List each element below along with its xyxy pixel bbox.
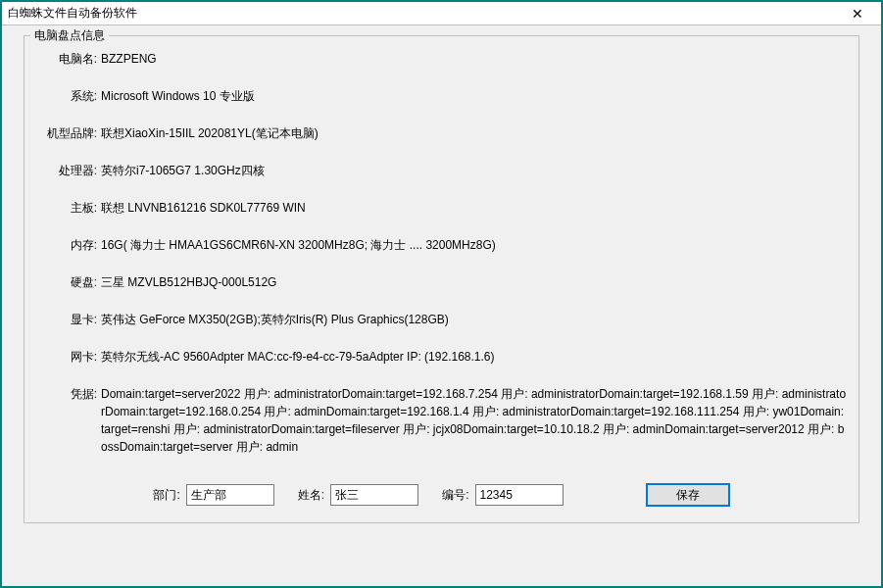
label-disk: 硬盘: [36, 273, 101, 291]
row-system: 系统: Microsoft Windows 10 专业版 [36, 87, 847, 105]
content-area: 电脑盘点信息 电脑名: BZZPENG 系统: Microsoft Window… [2, 25, 881, 523]
form-group-number: 编号: [442, 484, 563, 506]
label-cpu: 处理器: [36, 162, 101, 179]
label-gpu: 显卡: [36, 311, 101, 328]
value-computer-name: BZZPENG [101, 50, 847, 68]
row-gpu: 显卡: 英伟达 GeForce MX350(2GB);英特尔Iris(R) Pl… [36, 311, 847, 328]
app-window: 白蜘蛛文件自动备份软件 ✕ 电脑盘点信息 电脑名: BZZPENG 系统: Mi… [0, 0, 883, 588]
value-model: 联想XiaoXin-15IIL 202081YL(笔记本电脑) [101, 124, 847, 142]
value-nic: 英特尔无线-AC 9560Adpter MAC:cc-f9-e4-cc-79-5… [101, 348, 847, 366]
input-department[interactable] [186, 484, 274, 506]
close-icon: ✕ [852, 7, 863, 21]
row-computer-name: 电脑名: BZZPENG [36, 50, 847, 68]
label-model: 机型品牌: [36, 124, 101, 142]
label-memory: 内存: [36, 236, 101, 254]
label-department: 部门: [153, 487, 179, 504]
value-cpu: 英特尔i7-1065G7 1.30GHz四核 [101, 162, 847, 179]
info-fieldset: 电脑盘点信息 电脑名: BZZPENG 系统: Microsoft Window… [24, 35, 859, 523]
row-disk: 硬盘: 三星 MZVLB512HBJQ-000L512G [36, 273, 847, 291]
label-nic: 网卡: [36, 348, 101, 366]
label-mainboard: 主板: [36, 199, 101, 217]
row-cpu: 处理器: 英特尔i7-1065G7 1.30GHz四核 [36, 162, 847, 179]
input-name[interactable] [330, 484, 418, 506]
row-nic: 网卡: 英特尔无线-AC 9560Adpter MAC:cc-f9-e4-cc-… [36, 348, 847, 366]
fieldset-legend: 电脑盘点信息 [30, 27, 109, 44]
label-name: 姓名: [298, 487, 324, 504]
label-number: 编号: [442, 487, 468, 504]
row-model: 机型品牌: 联想XiaoXin-15IIL 202081YL(笔记本电脑) [36, 124, 847, 142]
value-mainboard: 联想 LNVNB161216 SDK0L77769 WIN [101, 199, 847, 217]
row-memory: 内存: 16G( 海力士 HMAA1GS6CMR6N-XN 3200MHz8G;… [36, 236, 847, 254]
value-memory: 16G( 海力士 HMAA1GS6CMR6N-XN 3200MHz8G; 海力士… [101, 236, 847, 254]
window-title: 白蜘蛛文件自动备份软件 [8, 5, 840, 22]
label-computer-name: 电脑名: [36, 50, 101, 68]
value-system: Microsoft Windows 10 专业版 [101, 87, 847, 105]
row-credentials: 凭据: Domain:target=server2022 用户: adminis… [36, 385, 847, 456]
input-number[interactable] [475, 484, 564, 506]
close-button[interactable]: ✕ [840, 4, 875, 24]
label-credentials: 凭据: [36, 385, 101, 403]
save-button[interactable]: 保存 [646, 483, 730, 507]
form-row: 部门: 姓名: 编号: 保存 [24, 480, 859, 510]
label-system: 系统: [36, 87, 101, 105]
form-group-name: 姓名: [298, 484, 418, 506]
value-credentials: Domain:target=server2022 用户: administrat… [101, 385, 847, 456]
form-group-department: 部门: [153, 484, 273, 506]
value-gpu: 英伟达 GeForce MX350(2GB);英特尔Iris(R) Plus G… [101, 311, 847, 328]
value-disk: 三星 MZVLB512HBJQ-000L512G [101, 273, 847, 291]
titlebar: 白蜘蛛文件自动备份软件 ✕ [2, 2, 881, 25]
row-mainboard: 主板: 联想 LNVNB161216 SDK0L77769 WIN [36, 199, 847, 217]
